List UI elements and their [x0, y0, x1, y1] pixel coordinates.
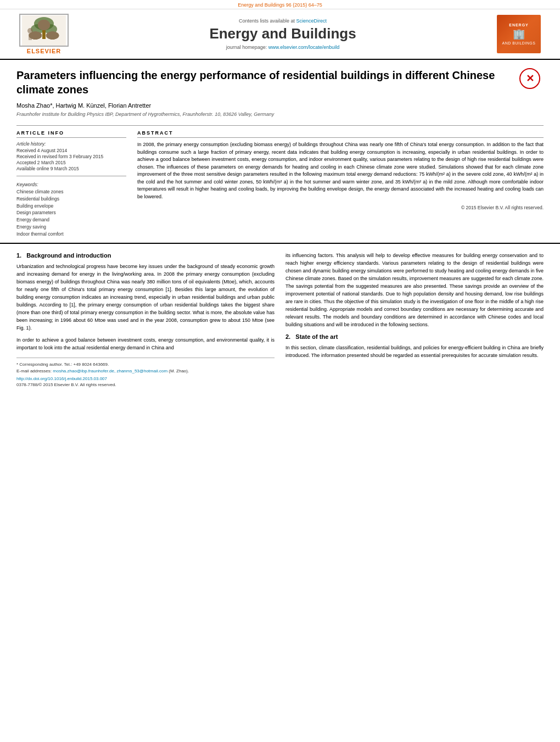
article-title-section: Parameters influencing the energy perfor…	[16, 68, 544, 120]
svg-rect-4	[42, 29, 46, 39]
article-divider	[16, 125, 544, 126]
abstract-text: In 2008, the primary energy consumption …	[137, 141, 544, 200]
article-affiliation: Fraunhofer Institute for Building Physic…	[16, 111, 508, 117]
main-body: 1. Background and introduction Urbanizat…	[0, 243, 560, 395]
svg-rect-0	[22, 15, 66, 46]
info-divider	[16, 176, 126, 176]
keyword-5: Energy demand	[16, 216, 126, 224]
keyword-1: Chinese climate zones	[16, 188, 126, 196]
received-date: Received 4 August 2014	[16, 148, 126, 153]
elsevier-logo: ELSEVIER	[16, 14, 71, 54]
abstract-header: ABSTRACT	[137, 130, 544, 138]
footnote-corresponding: * Corresponding author. Tel.: +49 8024 6…	[16, 361, 275, 368]
issn-text: 0378-7788/© 2015 Elsevier B.V. All right…	[16, 382, 275, 387]
keywords-section: Keywords: Chinese climate zones Resident…	[16, 182, 126, 237]
section1-para1: Urbanization and technological progress …	[16, 263, 275, 332]
keyword-7: Indoor thermal comfort	[16, 231, 126, 238]
body-two-col: 1. Background and introduction Urbanizat…	[16, 252, 544, 387]
building-icon: 🏢	[513, 28, 525, 40]
svg-point-1	[34, 17, 54, 30]
copyright-line: © 2015 Elsevier B.V. All rights reserved…	[137, 205, 544, 210]
article-info-abstract: ARTICLE INFO Article history: Received 4…	[16, 130, 544, 237]
journal-homepage: journal homepage: www.elsevier.com/locat…	[71, 44, 494, 50]
email-link[interactable]: mosha.zhao@ibp.fraunhofer.de, zhanms_53@…	[53, 369, 167, 373]
article-authors: Mosha Zhao*, Hartwig M. Künzel, Florian …	[16, 102, 508, 109]
article-history-label: Article history:	[16, 141, 126, 147]
article-title-text: Parameters influencing the energy perfor…	[16, 68, 508, 120]
svg-rect-6	[29, 34, 32, 40]
journal-logo-box: ENERGY 🏢 AND BUILDINGS	[497, 15, 541, 53]
journal-citation-link[interactable]: Energy and Buildings 96 (2015) 64–75	[238, 2, 322, 8]
svg-point-3	[44, 24, 57, 34]
logo-text2: AND BUILDINGS	[502, 41, 536, 45]
accepted-date: Accepted 2 March 2015	[16, 160, 126, 165]
revised-date: Received in revised form 3 February 2015	[16, 154, 126, 159]
elsevier-logo-box	[19, 14, 69, 47]
section1-para2: In order to achieve a good balance betwe…	[16, 337, 275, 352]
elsevier-logo-image: ELSEVIER	[16, 14, 71, 54]
footnote-section: * Corresponding author. Tel.: +49 8024 6…	[16, 358, 275, 387]
keyword-4: Design parameters	[16, 209, 126, 216]
body-left-col: 1. Background and introduction Urbanizat…	[16, 252, 275, 387]
footnote-email: E-mail addresses: mosha.zhao@ibp.fraunho…	[16, 368, 275, 375]
svg-point-5	[27, 28, 33, 34]
crossmark-logo: ✕	[519, 68, 540, 89]
crossmark-symbol: ✕	[526, 72, 534, 85]
section1-right-para1: its influencing factors. This analysis w…	[285, 252, 544, 328]
body-right-col: its influencing factors. This analysis w…	[285, 252, 544, 387]
available-date: Available online 9 March 2015	[16, 166, 126, 171]
logo-text1: ENERGY	[509, 23, 529, 27]
journal-homepage-link[interactable]: www.elsevier.com/locate/enbuild	[268, 44, 340, 50]
article-info-header: ARTICLE INFO	[16, 130, 126, 138]
abstract-column: ABSTRACT In 2008, the primary energy con…	[137, 130, 544, 237]
elsevier-label: ELSEVIER	[27, 48, 61, 54]
article-title: Parameters influencing the energy perfor…	[16, 68, 508, 97]
svg-point-2	[31, 24, 44, 34]
article-content: Parameters influencing the energy perfor…	[0, 60, 560, 243]
contents-line: Contents lists available at ScienceDirec…	[71, 18, 494, 24]
doi-link[interactable]: http://dx.doi.org/10.1016/j.enbuild.2015…	[16, 376, 275, 381]
journal-center: Contents lists available at ScienceDirec…	[71, 18, 494, 50]
section2-title: 2. State of the art	[285, 333, 544, 340]
keyword-2: Residential buildings	[16, 196, 126, 203]
article-info-column: ARTICLE INFO Article history: Received 4…	[16, 130, 126, 237]
keyword-6: Energy saving	[16, 224, 126, 231]
keywords-label: Keywords:	[16, 182, 126, 187]
journal-logo-right: ENERGY 🏢 AND BUILDINGS	[494, 15, 544, 53]
crossmark[interactable]: ✕	[516, 68, 544, 89]
section1-title: 1. Background and introduction	[16, 252, 275, 259]
top-bar: Energy and Buildings 96 (2015) 64–75	[0, 0, 560, 9]
keyword-3: Building envelope	[16, 203, 126, 210]
journal-header: ELSEVIER Contents lists available at Sci…	[0, 9, 560, 60]
journal-title: Energy and Buildings	[71, 25, 494, 42]
section2-para1: In this section, climate classification,…	[285, 344, 544, 360]
sciencedirect-link[interactable]: ScienceDirect	[296, 18, 327, 24]
